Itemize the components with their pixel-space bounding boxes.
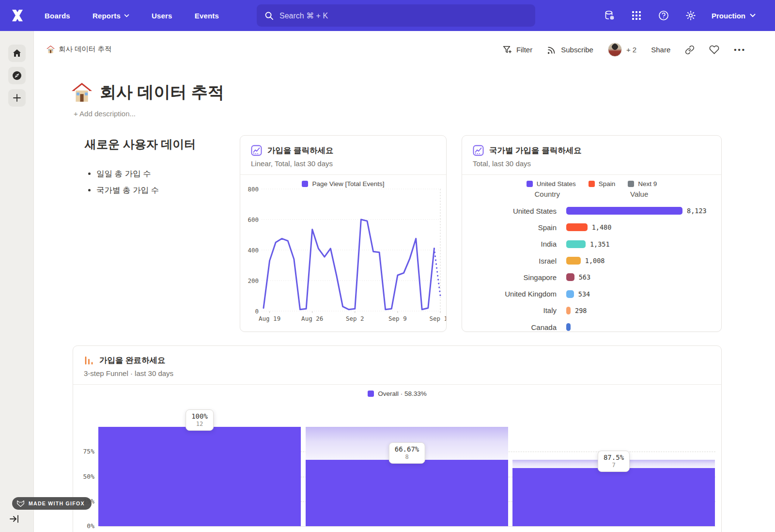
chevron-down-icon	[124, 14, 129, 17]
favorite-button[interactable]	[709, 45, 719, 55]
rss-icon	[547, 45, 557, 55]
discover-button[interactable]	[8, 67, 26, 84]
y-axis-label: 75%	[75, 448, 94, 455]
bar-legend-item[interactable]: Spain	[589, 180, 616, 188]
svg-text:0: 0	[255, 308, 259, 315]
apps-grid-icon[interactable]	[630, 9, 643, 22]
mixpanel-logo-icon[interactable]	[9, 7, 26, 24]
svg-text:Sep 9: Sep 9	[388, 315, 407, 322]
heart-icon	[709, 45, 719, 55]
subscribe-label: Subscribe	[561, 46, 593, 54]
nav-menu: BoardsReportsUsersEvents	[45, 12, 219, 20]
divider	[462, 174, 721, 175]
svg-text:800: 800	[248, 186, 259, 193]
axis-baseline	[100, 526, 715, 527]
nav-item-reports[interactable]: Reports	[93, 12, 129, 20]
country-bar	[566, 323, 571, 331]
collapse-sidebar-button[interactable]	[10, 515, 19, 523]
left-rail	[0, 31, 34, 532]
country-value: 1,351	[590, 240, 610, 248]
country-value: 563	[579, 273, 590, 281]
subscribe-button[interactable]: Subscribe	[547, 45, 593, 55]
breadcrumb[interactable]: 회사 데이터 추적	[46, 45, 112, 54]
search-icon	[264, 11, 274, 20]
more-options-button[interactable]: •••	[734, 46, 746, 54]
legend-label: United States	[537, 180, 576, 188]
line-chart-card[interactable]: 가입을 클릭하세요 Linear, Total, last 30 days Pa…	[240, 135, 447, 332]
share-label: Share	[651, 46, 670, 54]
text-card: 새로운 사용자 데이터 일일 총 가입 수국가별 총 가입 수	[85, 137, 225, 202]
filter-icon	[502, 45, 512, 55]
settings-gear-icon[interactable]	[684, 9, 697, 22]
country-label: Spain	[462, 223, 557, 232]
data-management-icon[interactable]	[603, 9, 616, 22]
legend-label: Spain	[599, 180, 616, 188]
line-chart-icon	[473, 145, 484, 156]
project-selector[interactable]: Prouction	[712, 12, 756, 20]
table-row[interactable]: Italy298	[462, 302, 721, 319]
country-value: 298	[575, 307, 587, 314]
table-row[interactable]: United States8,123	[462, 203, 721, 219]
bar-legend: United StatesSpainNext 9	[462, 180, 721, 188]
funnel-bar[interactable]	[306, 460, 508, 526]
country-bar	[566, 240, 586, 248]
house-emoji-icon	[72, 83, 92, 102]
country-label: Israel	[462, 257, 557, 265]
country-value: 534	[578, 290, 590, 298]
copy-link-button[interactable]	[685, 45, 695, 55]
plus-icon	[13, 94, 21, 102]
bar-legend-item[interactable]: Next 9	[628, 180, 657, 188]
table-row[interactable]: Spain1,480	[462, 219, 721, 235]
nav-item-label: Reports	[93, 12, 121, 20]
y-axis-label: 50%	[75, 473, 94, 480]
svg-text:400: 400	[248, 247, 259, 254]
table-row[interactable]: India1,351	[462, 236, 721, 252]
conversion-rate: 87.5%	[604, 454, 624, 461]
table-row[interactable]: Israel1,008	[462, 252, 721, 269]
country-value: 1,480	[592, 223, 612, 231]
country-label: Italy	[462, 306, 557, 314]
bar-card-subtitle: Total, last 30 days	[462, 156, 721, 168]
country-bar	[566, 207, 682, 215]
country-value: 1,008	[585, 257, 605, 265]
bar-legend-item[interactable]: United States	[527, 180, 576, 188]
nav-item-users[interactable]: Users	[152, 12, 172, 20]
home-button[interactable]	[8, 45, 26, 62]
fox-icon	[16, 500, 25, 507]
compass-icon	[12, 70, 22, 81]
help-icon[interactable]	[657, 9, 670, 22]
legend-swatch	[527, 181, 533, 187]
filter-button[interactable]: Filter	[502, 45, 532, 55]
add-board-button[interactable]	[8, 89, 26, 107]
svg-text:Aug 26: Aug 26	[301, 315, 323, 322]
country-label: United Kingdom	[462, 290, 557, 298]
svg-text:Sep 16: Sep 16	[429, 315, 446, 322]
country-bar-card[interactable]: 국가별 가입을 클릭하세요 Total, last 30 days United…	[462, 135, 722, 332]
table-row[interactable]: Canada	[462, 319, 721, 332]
nav-item-events[interactable]: Events	[195, 12, 219, 20]
line-chart-plot[interactable]: 0200400600800Aug 19Aug 26Sep 2Sep 9Sep 1…	[240, 186, 446, 329]
search-input[interactable]: Search ⌘ + K	[257, 4, 535, 27]
conversion-rate: 66.67%	[395, 445, 419, 453]
funnel-tooltip: 100%12	[186, 409, 214, 431]
nav-item-boards[interactable]: Boards	[45, 12, 70, 20]
svg-text:Sep 2: Sep 2	[346, 315, 364, 322]
breadcrumb-label: 회사 데이터 추적	[59, 45, 112, 54]
conversion-count: 12	[191, 421, 208, 427]
svg-text:Aug 19: Aug 19	[259, 315, 280, 322]
country-label: Canada	[462, 323, 557, 331]
funnel-card[interactable]: 가입을 완료하세요 3-step Funnel · last 30 days O…	[73, 345, 722, 532]
share-button[interactable]: Share	[651, 46, 670, 54]
add-description-button[interactable]: + Add description...	[74, 110, 136, 118]
funnel-bar[interactable]	[98, 427, 301, 526]
funnel-bar[interactable]	[512, 468, 715, 526]
arrow-to-bar-icon	[10, 515, 19, 523]
table-row[interactable]: United Kingdom534	[462, 285, 721, 302]
board-toolbar: 회사 데이터 추적 Filter Subscribe + 2 Share •••	[34, 39, 775, 62]
table-row[interactable]: Singapore563	[462, 269, 721, 285]
collaborators[interactable]: + 2	[608, 43, 636, 57]
home-icon	[12, 48, 22, 58]
legend-label: Next 9	[638, 180, 657, 188]
conversion-count: 8	[395, 454, 419, 460]
country-value: 8,123	[687, 207, 707, 215]
